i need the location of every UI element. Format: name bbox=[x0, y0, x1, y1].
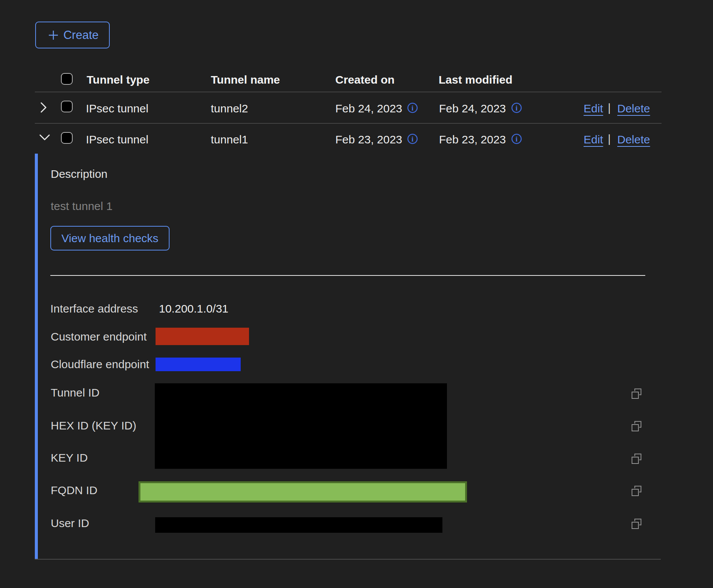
svg-text:i: i bbox=[411, 135, 413, 143]
svg-text:i: i bbox=[515, 104, 517, 112]
svg-text:i: i bbox=[515, 135, 517, 143]
svg-text:i: i bbox=[411, 104, 413, 112]
